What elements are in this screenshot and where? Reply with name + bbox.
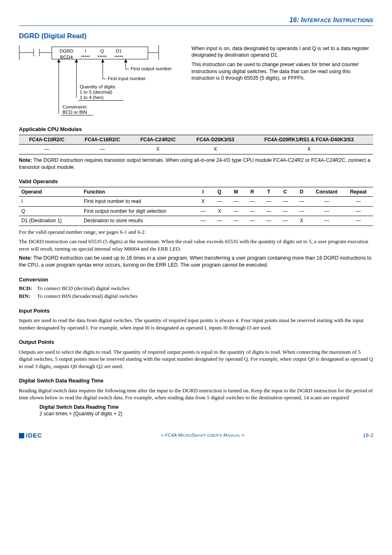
fc-b: ICRO	[182, 433, 192, 438]
box-s2: *****	[94, 54, 110, 61]
oh-c2: M	[228, 187, 244, 196]
r2-r: —	[344, 216, 373, 226]
r0-fn: First input number to read	[81, 197, 195, 206]
para-range: For the valid operand number range, see …	[19, 228, 373, 236]
r1-v6: —	[293, 206, 310, 216]
cpu-r1: —	[74, 145, 130, 154]
oh-c6: D	[293, 187, 310, 196]
fc-h: ANUAL	[227, 433, 240, 438]
conv-underline	[61, 103, 93, 115]
bcd-k: BCD:	[19, 285, 37, 292]
valid-heading: Valid Operands	[19, 178, 373, 185]
r2-c: —	[310, 216, 344, 226]
r2-v1: —	[211, 216, 228, 226]
fc-a: « FC4A M	[161, 433, 182, 438]
note2: Note: The DGRD instruction can be used u…	[19, 255, 373, 268]
box-d1: D1	[111, 48, 127, 55]
note2-label: Note:	[19, 255, 32, 261]
cpu-h4: FC4A-D20RK1/RS1 & FC4A-D40K3/S3	[245, 135, 373, 144]
oh-c3: R	[244, 187, 261, 196]
r0-v0: X	[195, 197, 211, 206]
chapter-number: 16:	[289, 16, 299, 23]
rt-title: Digital Switch Data Reading Time	[39, 404, 373, 410]
instruction-box: DGRD I Q D1 BCD4 ***** ***** *****	[53, 47, 129, 62]
footer: IDEC « FC4A MICROSMART USER'S MANUAL » 1…	[19, 431, 373, 440]
box-i: I	[77, 48, 94, 55]
side-para-1: When input is on, data designated by ope…	[191, 45, 373, 59]
r0-op: I	[19, 197, 81, 206]
oh-c4: T	[261, 187, 277, 196]
footer-logo: IDEC	[19, 431, 42, 440]
cpu-h1: FC4A-C16R2/C	[74, 135, 130, 144]
cpu-table: FC4A-C10R2/C FC4A-C16R2/C FC4A-C24R2/C F…	[19, 135, 373, 154]
note1-label: Note:	[19, 157, 32, 163]
fc-g: M	[222, 433, 227, 438]
r1-v3: —	[244, 206, 261, 216]
box-q: Q	[94, 48, 110, 55]
cpu-h2: FC4A-C24R2/C	[130, 135, 186, 144]
r0-v5: —	[277, 197, 293, 206]
box-opt: BCD4	[56, 54, 77, 61]
r2-op: D1 (Destination 1)	[19, 216, 81, 226]
rt-para: Reading digital switch data requires the…	[19, 387, 373, 401]
footer-center: « FC4A MICROSMART USER'S MANUAL »	[161, 432, 244, 439]
table-row: Q First output number for digit selectio…	[19, 206, 373, 216]
r1-op: Q	[19, 206, 81, 216]
ladder-diagram: DGRD I Q D1 BCD4 ***** ***** ***** First…	[19, 45, 179, 119]
box-s1: *****	[77, 54, 94, 61]
logo-square-icon	[19, 433, 24, 438]
r0-v2: —	[228, 197, 244, 206]
chap-r1: NTERFACE	[303, 18, 331, 23]
box-s3: *****	[111, 54, 127, 61]
r1-v0: —	[195, 206, 211, 216]
rt-formula: 2 scan times × (Quantity of digits + 2)	[39, 410, 373, 417]
fc-i: »	[240, 433, 244, 438]
cpu-r3: X	[186, 145, 245, 154]
lbl-first-input: First input number	[108, 76, 146, 82]
r2-v5: —	[277, 216, 293, 226]
operand-table: Operand Function I Q M R T C D Constant …	[19, 187, 373, 226]
table-row: I First input number to read X — — — — —…	[19, 197, 373, 206]
oh-c5: C	[277, 187, 293, 196]
r2-v6: X	[293, 216, 310, 226]
fc-f: SER'S	[211, 433, 222, 438]
fc-d: MART	[195, 433, 206, 438]
table-row: — — X X X	[19, 145, 373, 154]
note2-text: The DGRD instruction can be used up to 1…	[19, 255, 371, 268]
chap-r2: NSTRUCTIONS	[335, 18, 373, 23]
r2-v2: —	[228, 216, 244, 226]
r1-c: —	[310, 206, 344, 216]
cpu-h0: FC4A-C10R2/C	[19, 135, 74, 144]
table-row: Operand Function I Q M R T C D Constant …	[19, 187, 373, 196]
oh-fn: Function	[81, 187, 195, 196]
oh-c0: I	[195, 187, 211, 196]
cpu-r4: X	[245, 145, 373, 154]
para-max: The DGRD instruction can read 65535 (5 d…	[19, 238, 373, 252]
logo-text: IDEC	[26, 431, 42, 440]
conv-defs: BCD:To connect BCD (decimal) digital swi…	[19, 285, 373, 299]
ip-heading: Input Points	[19, 307, 373, 315]
conv-heading: Conversion	[19, 276, 373, 283]
r2-fn: Destination to store results	[81, 216, 195, 226]
note1-text: The DGRD instruction requires transistor…	[19, 157, 370, 170]
side-para-2: This instruction can be used to change p…	[191, 61, 373, 82]
r0-r: —	[344, 197, 373, 206]
box-opcode: DGRD	[56, 48, 77, 55]
header-rule	[19, 25, 373, 26]
cpu-h3: FC4A-D20K3/S3	[186, 135, 245, 144]
r0-v1: —	[211, 197, 228, 206]
oh-c1: Q	[211, 187, 228, 196]
oh-rep: Repeat	[344, 187, 373, 196]
bin-k: BIN:	[19, 292, 37, 300]
op-heading: Output Points	[19, 339, 373, 346]
top-row: DGRD I Q D1 BCD4 ***** ***** ***** First…	[19, 45, 373, 119]
bcd-v: To connect BCD (decimal) digital switche…	[37, 285, 129, 292]
r1-v2: —	[228, 206, 244, 216]
side-text: When input is on, data designated by ope…	[191, 45, 373, 85]
rt-box: Digital Switch Data Reading Time 2 scan …	[39, 404, 373, 417]
r0-v6: —	[293, 197, 310, 206]
r1-fn: First output number for digit selection	[81, 206, 195, 216]
r0-v3: —	[244, 197, 261, 206]
fc-e: U	[206, 433, 211, 438]
r1-r: —	[344, 206, 373, 216]
